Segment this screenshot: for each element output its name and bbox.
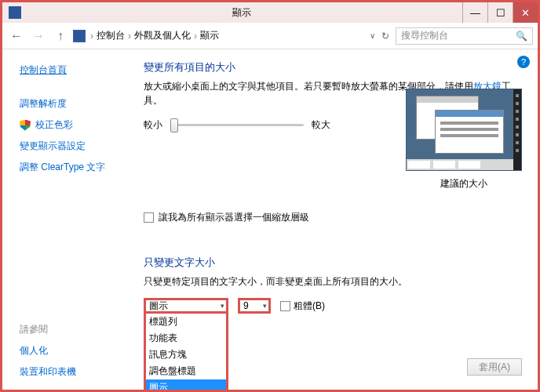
item-dropdown: 標題列 功能表 訊息方塊 調色盤標題 圖示 工具提示 [144,314,228,390]
back-button[interactable]: ← [7,27,26,45]
refresh-button[interactable]: ↻ [378,31,392,42]
window-title: 顯示 [21,6,462,20]
section-text-only: 只變更文字大小 只變更特定項目的文字大小，而非變更桌面上所有項目的大小。 圖示 … [144,256,524,314]
window-buttons: — ☐ ✕ [462,2,538,23]
sidebar-personalization[interactable]: 個人化 [20,344,76,358]
sidebar: 控制台首頁 調整解析度 校正色彩 變更顯示器設定 調整 ClearType 文字… [2,49,136,390]
breadcrumb[interactable]: › 控制台 › 外觀及個人化 › 顯示 [89,29,367,42]
dd-item[interactable]: 功能表 [146,330,226,347]
sidebar-item-display-settings[interactable]: 變更顯示器設定 [20,140,126,153]
bold-checkbox[interactable] [280,301,290,311]
titlebar: 顯示 — ☐ ✕ [2,2,538,23]
sidebar-bottom: 請參閱 個人化 裝置和印表機 [20,323,76,379]
forward-button[interactable]: → [29,27,48,45]
heading-text-only: 只變更文字大小 [144,256,524,270]
item-combo[interactable]: 圖示 ▾ [144,298,228,314]
breadcrumb-category[interactable]: 外觀及個人化 [134,29,191,42]
chevron-down-icon: ▾ [263,302,267,310]
dd-item[interactable]: 標題列 [146,314,226,330]
sidebar-item-calibrate[interactable]: 校正色彩 [20,118,126,132]
checkbox-all-label: 讓我為所有顯示器選擇一個縮放層級 [159,211,309,224]
checkbox-row-all-displays[interactable]: 讓我為所有顯示器選擇一個縮放層級 [144,211,524,224]
sidebar-item-cleartype[interactable]: 調整 ClearType 文字 [20,161,126,174]
description-2: 只變更特定項目的文字大小，而非變更桌面上所有項目的大小。 [144,274,524,289]
up-button[interactable]: ↑ [51,27,70,45]
search-icon: 🔍 [516,31,527,42]
size-value: 9 [243,300,249,311]
bold-checkbox-row[interactable]: 粗體(B) [280,299,325,313]
dd-item[interactable]: 訊息方塊 [146,347,226,363]
close-button[interactable]: ✕ [513,2,538,23]
size-combo[interactable]: 9 ▾ [238,298,271,314]
content: ? 變更所有項目的大小 放大或縮小桌面上的文字與其他項目。若只要暫時放大螢幕的某… [136,49,538,390]
help-icon[interactable]: ? [517,56,530,68]
preview-caption: 建議的大小 [406,177,522,191]
search-input[interactable]: 搜尋控制台 🔍 [396,27,533,45]
chevron-down-icon: ▾ [221,302,224,310]
body: 控制台首頁 調整解析度 校正色彩 變更顯示器設定 調整 ClearType 文字… [2,49,538,390]
controls-row: 圖示 ▾ 標題列 功能表 訊息方塊 調色盤標題 圖示 工具提示 9 ▾ [144,298,524,314]
larger-label: 較大 [312,117,330,132]
slider-track [170,124,304,126]
heading-change-all: 變更所有項目的大小 [144,60,524,74]
maximize-button[interactable]: ☐ [487,2,513,23]
address-icon [73,30,86,42]
dropdown-icon[interactable]: ∨ [370,31,375,40]
scale-slider[interactable] [170,117,304,132]
sidebar-item-resolution[interactable]: 調整解析度 [20,97,126,111]
breadcrumb-page[interactable]: 顯示 [200,29,219,42]
see-also-label: 請參閱 [20,323,76,336]
chevron-right-icon: › [89,31,95,42]
chevron-right-icon: › [126,31,133,42]
preview-wrap: 建議的大小 [406,89,522,191]
sidebar-home[interactable]: 控制台首頁 [20,64,126,77]
toolbar: ← → ↑ › 控制台 › 外觀及個人化 › 顯示 ∨ ↻ 搜尋控制台 🔍 [2,23,538,49]
window: 顯示 — ☐ ✕ ← → ↑ › 控制台 › 外觀及個人化 › 顯示 ∨ ↻ 搜… [0,0,540,392]
sidebar-devices[interactable]: 裝置和印表機 [20,365,76,379]
preview-image [406,89,522,171]
breadcrumb-root[interactable]: 控制台 [97,29,125,42]
combo-value: 圖示 [149,299,168,313]
checkbox-all-displays[interactable] [144,212,154,223]
shield-icon [20,120,31,131]
minimize-button[interactable]: — [462,2,487,23]
smaller-label: 較小 [144,117,162,132]
chevron-right-icon: › [192,31,199,42]
dd-item[interactable]: 調色盤標題 [146,363,226,379]
slider-thumb[interactable] [170,118,178,132]
dd-item-selected[interactable]: 圖示 [146,379,226,390]
apply-button[interactable]: 套用(A) [467,358,522,376]
app-icon [9,6,21,19]
search-placeholder: 搜尋控制台 [401,29,448,42]
bold-label: 粗體(B) [294,299,325,313]
